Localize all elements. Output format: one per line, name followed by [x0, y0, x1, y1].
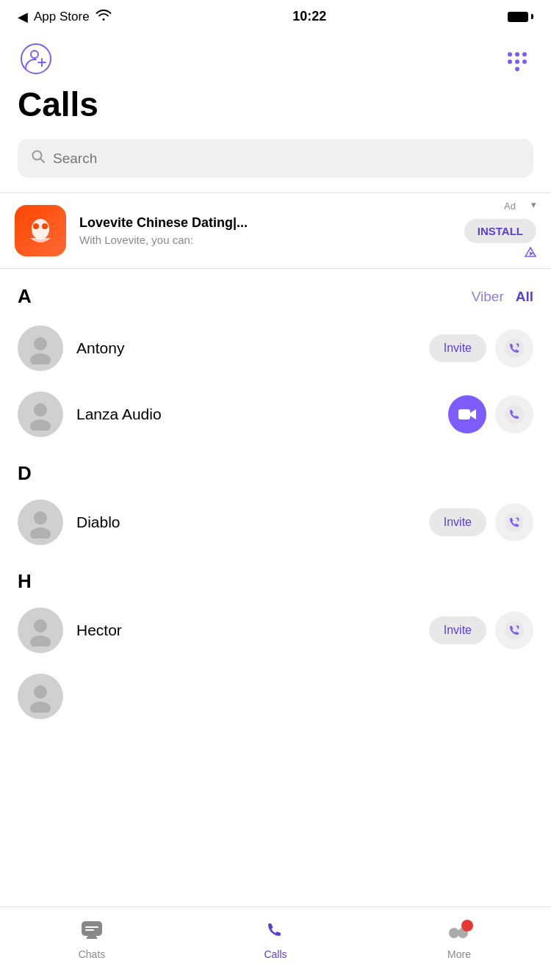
call-button-lanza[interactable]	[495, 395, 533, 433]
svg-point-24	[505, 405, 524, 424]
chats-icon	[78, 916, 106, 944]
contact-name-lanza: Lanza Audio	[76, 406, 435, 423]
svg-line-12	[40, 159, 44, 162]
svg-point-14	[33, 223, 39, 229]
svg-point-1	[31, 51, 38, 58]
contact-actions-diablo: Invite	[429, 503, 533, 541]
avatar-partial	[18, 674, 63, 719]
svg-point-13	[32, 219, 49, 239]
contact-actions-hector: Invite	[429, 611, 533, 649]
svg-point-22	[30, 419, 51, 430]
contact-row-hector: Hector Invite	[0, 597, 551, 663]
search-icon	[31, 149, 46, 167]
ad-banner[interactable]: Ad ▾ Lovevite Chinese Dating|... With Lo…	[0, 193, 551, 269]
filter-all[interactable]: All	[516, 289, 533, 305]
call-button-antony[interactable]	[495, 329, 533, 367]
app-store-label: App Store	[34, 10, 90, 24]
invite-button-diablo[interactable]: Invite	[429, 508, 486, 536]
install-button[interactable]: INSTALL	[464, 219, 536, 243]
adchoices-icon: ▶	[525, 247, 536, 259]
status-bar: ◀ App Store 10:22	[0, 0, 551, 33]
svg-point-25	[34, 511, 47, 525]
svg-rect-23	[458, 409, 470, 419]
svg-rect-33	[82, 921, 102, 936]
svg-point-10	[515, 67, 519, 71]
svg-point-26	[30, 527, 51, 538]
search-bar[interactable]	[18, 139, 533, 178]
section-letter-h: H	[0, 555, 551, 597]
ad-subtitle: With Lovevite, you can:	[79, 234, 451, 246]
svg-point-31	[34, 685, 47, 699]
nav-item-more[interactable]: More	[422, 916, 496, 960]
nav-label-more: More	[447, 948, 471, 960]
avatar-diablo	[18, 500, 63, 545]
svg-point-38	[461, 920, 473, 932]
avatar-lanza	[18, 392, 63, 437]
contact-name-antony: Antony	[76, 339, 416, 357]
svg-point-32	[30, 702, 51, 713]
more-apps-button[interactable]	[497, 40, 533, 77]
video-button-lanza[interactable]	[448, 395, 486, 433]
add-person-button[interactable]	[18, 40, 54, 77]
svg-point-21	[34, 403, 47, 417]
invite-button-antony[interactable]: Invite	[429, 334, 486, 362]
search-container	[0, 139, 551, 192]
svg-point-29	[30, 635, 51, 646]
svg-point-28	[34, 619, 47, 633]
nav-label-chats: Chats	[79, 948, 106, 960]
ad-label: Ad	[504, 201, 516, 212]
invite-button-hector[interactable]: Invite	[429, 616, 486, 644]
filter-viber[interactable]: Viber	[472, 289, 504, 305]
call-button-diablo[interactable]	[495, 503, 533, 541]
contact-row-partial	[0, 663, 551, 729]
svg-rect-34	[85, 926, 98, 928]
contact-row-diablo: Diablo Invite	[0, 489, 551, 555]
page-title: Calls	[0, 77, 551, 139]
battery-icon	[508, 12, 533, 22]
contact-name-diablo: Diablo	[76, 514, 416, 531]
ad-content: Lovevite Chinese Dating|... With Lovevit…	[79, 215, 451, 246]
svg-point-9	[522, 60, 527, 64]
ad-logo	[15, 205, 66, 256]
status-time: 10:22	[292, 9, 326, 24]
svg-point-8	[515, 60, 519, 64]
contact-actions-lanza	[448, 395, 533, 433]
svg-point-36	[449, 928, 459, 938]
more-icon	[445, 916, 473, 944]
svg-point-27	[505, 513, 524, 532]
contact-actions-antony: Invite	[429, 329, 533, 367]
svg-point-15	[42, 223, 48, 229]
svg-point-20	[505, 339, 524, 358]
header-actions	[0, 33, 551, 77]
contact-row-antony: Antony Invite	[0, 315, 551, 381]
avatar-hector	[18, 608, 63, 653]
section-a-header: A Viber All	[0, 269, 551, 315]
contact-name-hector: Hector	[76, 621, 416, 639]
svg-point-19	[30, 353, 51, 364]
section-letter-d: D	[0, 447, 551, 489]
back-arrow-icon: ◀	[18, 9, 28, 25]
calls-icon	[262, 916, 289, 944]
nav-label-calls: Calls	[264, 948, 287, 960]
svg-rect-35	[85, 929, 94, 931]
contact-row-lanza: Lanza Audio	[0, 381, 551, 447]
ad-title: Lovevite Chinese Dating|...	[79, 215, 451, 231]
svg-point-4	[508, 52, 512, 57]
search-input[interactable]	[53, 151, 520, 167]
nav-item-calls[interactable]: Calls	[239, 916, 312, 960]
svg-point-18	[34, 337, 47, 350]
ad-chevron-icon: ▾	[531, 199, 536, 210]
bottom-nav: Chats Calls More	[0, 907, 551, 980]
avatar-antony	[18, 325, 63, 371]
status-left: ◀ App Store	[18, 9, 112, 25]
svg-point-30	[505, 621, 524, 640]
nav-item-chats[interactable]: Chats	[55, 916, 129, 960]
svg-point-5	[515, 52, 519, 57]
svg-point-6	[522, 52, 527, 57]
svg-point-7	[508, 60, 512, 64]
section-letter-a: A	[18, 285, 32, 308]
filter-tabs: Viber All	[472, 289, 533, 305]
wifi-icon	[96, 9, 112, 24]
call-button-hector[interactable]	[495, 611, 533, 649]
